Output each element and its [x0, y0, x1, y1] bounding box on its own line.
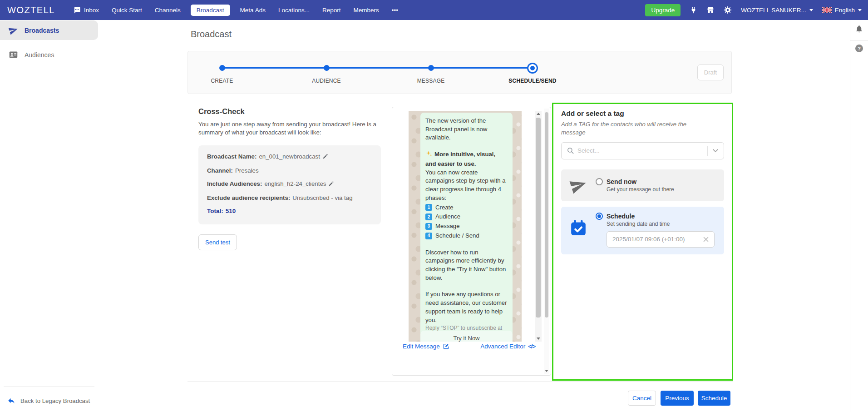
schedule-option[interactable]: Schedule Set sending date and time 2025/… [561, 207, 724, 254]
advanced-editor-label: Advanced Editor [480, 343, 525, 350]
scroll-up-icon[interactable] [537, 113, 540, 115]
schedule-radio[interactable] [596, 213, 603, 220]
more-icon: ••• [392, 7, 398, 14]
cross-check-title: Cross-Check [198, 107, 381, 116]
contact-card-icon [9, 50, 18, 60]
woztell-app: WOZTELL Inbox Quick Start Channels Broad… [0, 0, 868, 412]
try-it-now-button[interactable]: Try it Now [420, 331, 513, 342]
phase-item: 2Audience [425, 213, 508, 221]
schedule-title: Schedule [607, 213, 635, 220]
scroll-down-icon[interactable] [545, 370, 548, 372]
option-texts: Send now Get your message out there [596, 178, 674, 193]
utility-strip: ? [850, 20, 868, 412]
sidebar-item-label: Broadcasts [25, 27, 59, 34]
clear-icon[interactable] [703, 237, 709, 242]
chevron-down-icon[interactable] [713, 149, 718, 153]
summary-row-channel: Channel:Presales [207, 167, 372, 174]
summary-row-audiences: Include Audiences:english_h2-24_clientes [207, 180, 372, 188]
step-dot [219, 65, 225, 71]
field-label: Exclude audience recipients: [207, 194, 290, 201]
nav-label: Locations... [278, 7, 310, 14]
help-icon: ? [855, 45, 863, 52]
total-label: Total: [207, 208, 223, 214]
step-label: SCHEDULE/SEND [496, 78, 569, 84]
marketplace-button[interactable] [706, 6, 715, 14]
nav-label: Members [353, 7, 379, 14]
notifications-button[interactable] [850, 25, 868, 33]
nav-item-meta-ads[interactable]: Meta Ads [234, 0, 272, 20]
main-nav: Inbox Quick Start Channels Broadcast Met… [67, 0, 404, 20]
send-now-subtitle: Get your message out there [607, 186, 674, 193]
nav-label: Broadcast [197, 7, 224, 14]
scroll-down-icon[interactable] [537, 338, 540, 340]
code-icon: </> [528, 343, 535, 350]
nav-right-cluster: Upgrade WOZTELL SANUKER... [645, 4, 868, 16]
scrollbar-thumb[interactable] [545, 112, 548, 318]
schedule-datetime-input[interactable]: 2025/01/07 09:06 (+01:00) [607, 231, 715, 248]
settings-button[interactable] [724, 6, 732, 14]
cancel-button[interactable]: Cancel [628, 391, 656, 406]
nav-item-quick-start[interactable]: Quick Start [105, 0, 148, 20]
footer-divider [187, 382, 733, 382]
bell-icon [855, 25, 863, 33]
schedule-button[interactable]: Schedule [698, 391, 730, 406]
language-label: English [835, 7, 855, 14]
chat-scrollbar[interactable] [535, 111, 542, 342]
message-preview-panel: The new version of the Broadcast panel i… [392, 107, 551, 376]
previous-button[interactable]: Previous [661, 391, 694, 406]
nav-item-report[interactable]: Report [316, 0, 347, 20]
sidebar-item-label: Audiences [25, 51, 54, 59]
scrollbar-thumb[interactable] [536, 118, 541, 318]
search-icon [567, 147, 574, 154]
summary-box: Broadcast Name:en_001_newbroadcast Chann… [198, 145, 381, 224]
sidebar-item-audiences[interactable]: Audiences [0, 45, 98, 65]
field-label: Channel: [207, 167, 233, 174]
language-menu[interactable]: English [822, 7, 862, 14]
edit-pencil-icon[interactable] [322, 153, 329, 161]
nav-item-broadcast[interactable]: Broadcast [191, 5, 230, 16]
spacer [425, 282, 508, 290]
send-test-button[interactable]: Send test [198, 234, 237, 250]
back-to-legacy-link[interactable]: Back to Legacy Broadcast [7, 397, 90, 405]
help-button[interactable]: ? [850, 45, 868, 52]
message-bubble: The new version of the Broadcast panel i… [420, 113, 513, 342]
message-paragraph: If you have any questions or need assist… [425, 290, 508, 324]
tag-select[interactable]: Select... [561, 142, 724, 159]
summary-row-total: Total:510 [207, 208, 372, 214]
integrations-button[interactable] [690, 6, 697, 14]
paper-plane-icon [9, 25, 18, 35]
nav-item-more[interactable]: ••• [385, 0, 404, 20]
edit-message-link[interactable]: Edit Message [403, 343, 449, 350]
nav-item-members[interactable]: Members [347, 0, 385, 20]
advanced-editor-link[interactable]: Advanced Editor </> [480, 343, 535, 350]
send-now-option[interactable]: Send now Get your message out there [561, 169, 724, 201]
stepper-track [222, 67, 533, 69]
panel-scrollbar[interactable] [544, 109, 549, 374]
account-menu[interactable]: WOZTELL SANUKER... [741, 7, 813, 14]
gear-icon [724, 6, 732, 14]
tag-panel-subtitle: Add a TAG for the contacts who will rece… [561, 120, 711, 137]
preview-links-row: Edit Message Advanced Editor </> [403, 343, 535, 350]
brand-logo[interactable]: WOZTELL [7, 5, 55, 15]
storefront-icon [706, 6, 715, 14]
nav-label: Channels [155, 7, 181, 14]
sparkles-icon [425, 150, 433, 160]
send-now-radio[interactable] [596, 178, 603, 185]
phase-item: 1Create [425, 204, 508, 212]
edit-pencil-icon[interactable] [328, 180, 335, 188]
account-label: WOZTELL SANUKER... [741, 7, 806, 14]
phase-label: Audience [435, 213, 460, 221]
nav-item-locations[interactable]: Locations... [272, 0, 316, 20]
upgrade-button[interactable]: Upgrade [645, 4, 681, 16]
tag-select-placeholder: Select... [577, 147, 600, 154]
field-value: Presales [235, 167, 259, 174]
nav-label: Meta Ads [240, 7, 266, 14]
nav-item-inbox[interactable]: Inbox [67, 0, 105, 20]
keycap-4-icon: 4 [425, 233, 432, 239]
nav-item-channels[interactable]: Channels [148, 0, 187, 20]
sidebar-item-broadcasts[interactable]: Broadcasts [0, 20, 98, 40]
broadcast-stepper: CREATE AUDIENCE MESSAGE SCHEDULE/SEND Dr… [187, 51, 732, 94]
phase-label: Message [435, 222, 460, 231]
chevron-down-icon [809, 9, 813, 11]
message-paragraph: You can now create campaigns step by ste… [425, 169, 508, 203]
